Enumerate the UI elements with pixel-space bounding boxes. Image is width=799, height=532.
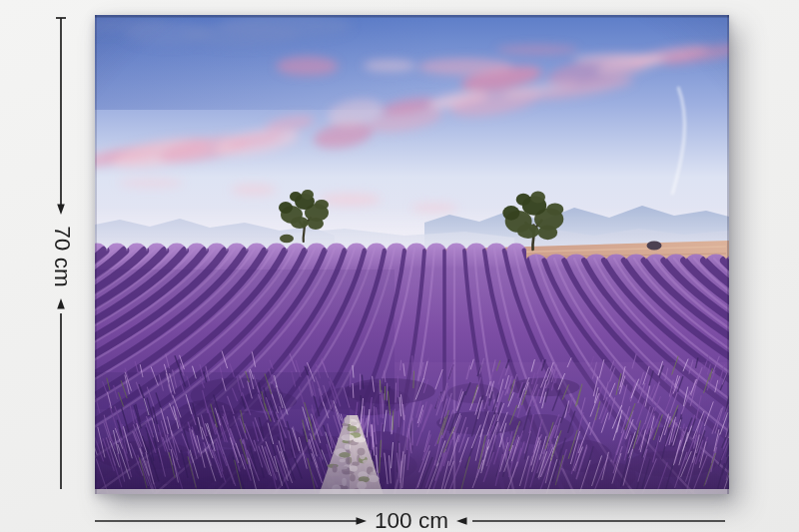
- arrow-left-icon: [456, 517, 467, 525]
- width-label: 100 cm: [375, 508, 448, 532]
- canvas-print: [95, 15, 729, 494]
- height-label: 70 cm: [50, 226, 75, 286]
- arrow-up-icon: [57, 298, 65, 309]
- arrow-down-icon: [57, 205, 65, 216]
- arrow-right-icon: [357, 517, 368, 525]
- height-dimension: 70 cm: [39, 0, 85, 532]
- lavender-field-artwork: [95, 15, 729, 494]
- width-dimension: 100 cm: [85, 502, 744, 532]
- product-photo-background: 70 cm 100 cm: [0, 0, 799, 532]
